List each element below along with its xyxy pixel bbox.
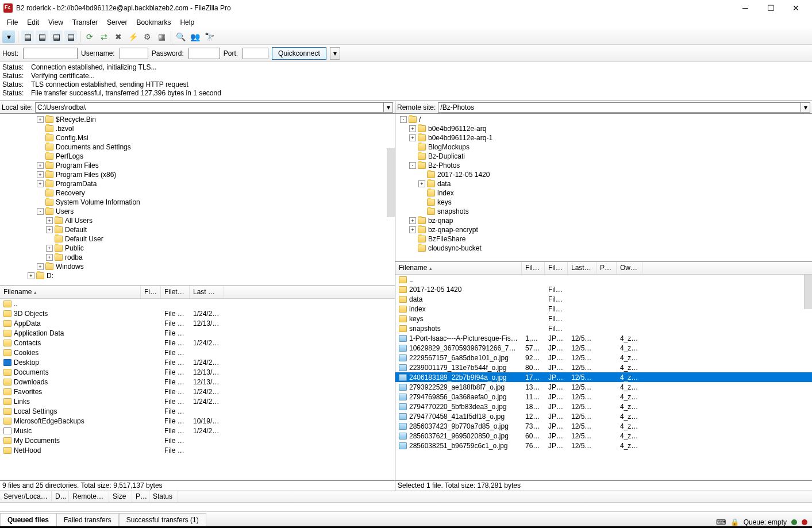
file-row[interactable]: My DocumentsFile fol... xyxy=(0,435,395,445)
file-row[interactable]: 3D ObjectsFile fol...1/24/20... xyxy=(0,309,395,318)
expander-icon[interactable]: + xyxy=(37,263,44,270)
file-row[interactable]: MicrosoftEdgeBackupsFile fol...10/19/2..… xyxy=(0,416,395,426)
column-header[interactable]: Last m... xyxy=(568,262,597,274)
remote-list-scrollbar[interactable] xyxy=(804,275,812,309)
file-row[interactable]: AppDataFile fol...12/13/2... xyxy=(0,318,395,328)
tree-node[interactable]: +data xyxy=(395,179,812,188)
process-queue-icon[interactable]: ⇄ xyxy=(98,30,110,43)
expander-icon[interactable]: + xyxy=(46,254,53,261)
local-file-list[interactable]: Filename ▴Filesi...FiletypeLast mo... ..… xyxy=(0,286,395,480)
file-row[interactable]: Application DataFile fol... xyxy=(0,328,395,338)
expander-icon[interactable]: + xyxy=(37,116,44,123)
tree-node[interactable]: +ProgramData xyxy=(0,179,395,188)
expander-icon[interactable]: + xyxy=(46,245,53,252)
file-row[interactable]: 2229567157_6a85dbe101_o.jpg92,4...JPG ..… xyxy=(395,353,812,363)
file-row[interactable]: FavoritesFile fol...1/24/20... xyxy=(0,387,395,396)
queue-column-header[interactable]: Dir... xyxy=(52,491,69,502)
expander-icon[interactable]: - xyxy=(409,162,416,169)
tree-node[interactable]: +D: xyxy=(0,271,395,280)
tree-node[interactable]: Default User xyxy=(0,234,395,244)
disconnect-icon[interactable]: ⚡ xyxy=(126,30,139,43)
tree-node[interactable]: +$Recycle.Bin xyxy=(0,115,395,124)
cancel-icon[interactable]: ✖ xyxy=(112,30,125,43)
tree-node[interactable]: BzFileShare xyxy=(395,234,812,244)
file-row[interactable]: CookiesFile fol... xyxy=(0,348,395,357)
tree-node[interactable]: Bz-Duplicati xyxy=(395,152,812,161)
tree-node[interactable]: +Program Files (x86) xyxy=(0,170,395,179)
file-row[interactable]: 2856038251_b96759c6c1_o.jpg76,3...JPG ..… xyxy=(395,441,812,450)
file-row[interactable]: 2794770220_5bfb83dea3_o.jpg187,...JPG ..… xyxy=(395,402,812,411)
filter-icon[interactable]: ▦ xyxy=(155,30,168,43)
tab-successful-transfers[interactable]: Successful transfers (1) xyxy=(119,513,206,526)
expander-icon[interactable]: + xyxy=(46,217,53,224)
menu-bookmarks[interactable]: Bookmarks xyxy=(132,17,175,28)
reconnect-icon[interactable]: ⚙ xyxy=(141,30,153,43)
expander-icon[interactable]: + xyxy=(37,162,44,169)
column-header[interactable]: Filetype xyxy=(161,286,190,298)
tree-node[interactable]: Config.Msi xyxy=(0,133,395,142)
remote-path-dropdown[interactable]: ▾ xyxy=(801,102,810,113)
username-input[interactable] xyxy=(120,48,148,59)
column-header[interactable]: Filename ▴ xyxy=(395,262,522,274)
file-row[interactable]: ContactsFile fol...1/24/20... xyxy=(0,338,395,348)
file-row[interactable]: 2856037423_9b770a7d85_o.jpg73,7...JPG ..… xyxy=(395,421,812,431)
tree-node[interactable]: +All Users xyxy=(0,216,395,225)
file-row[interactable]: 2406183189_22b7b9f94a_o.jpg178,...JPG ..… xyxy=(395,372,812,382)
tree-node[interactable]: -Users xyxy=(0,207,395,216)
tree-node[interactable]: Recovery xyxy=(0,188,395,198)
tree-node[interactable]: +Default xyxy=(0,225,395,234)
queue-column-header[interactable]: Pri... xyxy=(132,491,149,502)
file-row[interactable]: keysFile f... xyxy=(395,314,812,323)
file-row[interactable]: 2793922529_ae188fb8f7_o.jpg130,...JPG ..… xyxy=(395,382,812,392)
tree-node[interactable]: System Volume Information xyxy=(0,198,395,207)
column-header[interactable]: Last mo... xyxy=(190,286,224,298)
password-input[interactable] xyxy=(188,48,220,59)
file-row[interactable]: 2239001179_131e7b544f_o.jpg80,6...JPG ..… xyxy=(395,363,812,372)
expander-icon[interactable]: + xyxy=(409,226,416,233)
queue-column-header[interactable]: Server/Local fi... xyxy=(0,491,52,502)
local-tree[interactable]: +$Recycle.Bin.bzvolConfig.MsiDocuments a… xyxy=(0,114,395,286)
tree-node[interactable]: .bzvol xyxy=(0,124,395,133)
file-row[interactable]: DocumentsFile fol...12/13/2... xyxy=(0,367,395,377)
tree-node[interactable]: +Public xyxy=(0,244,395,253)
local-tree-scrollbar[interactable] xyxy=(387,148,395,217)
menu-help[interactable]: Help xyxy=(175,17,199,28)
maximize-button[interactable]: ☐ xyxy=(758,0,783,16)
local-path-dropdown[interactable]: ▾ xyxy=(384,102,393,113)
menu-server[interactable]: Server xyxy=(102,17,132,28)
queue-column-header[interactable]: Remote file xyxy=(69,491,109,502)
lock-icon[interactable]: 🔒 xyxy=(730,518,739,526)
tree-node[interactable]: cloudsync-bucket xyxy=(395,244,812,253)
expander-icon[interactable]: + xyxy=(409,134,416,141)
tree-node[interactable]: snapshots xyxy=(395,207,812,216)
tree-node[interactable]: +Program Files xyxy=(0,161,395,170)
tree-node[interactable]: -Bz-Photos xyxy=(395,161,812,170)
file-row[interactable]: 1-Port-Isaac----A-Picturesque-Fishing-..… xyxy=(395,333,812,343)
expander-icon[interactable]: + xyxy=(409,217,416,224)
column-header[interactable]: Filet... xyxy=(545,262,568,274)
column-header[interactable]: Per... xyxy=(597,262,617,274)
file-row[interactable]: MusicFile fol...1/24/20... xyxy=(0,426,395,435)
expander-icon[interactable]: - xyxy=(37,208,44,215)
menu-edit[interactable]: Edit xyxy=(22,17,44,28)
tree-node[interactable]: PerfLogs xyxy=(0,152,395,161)
column-header[interactable]: Filesi... xyxy=(141,286,161,298)
expander-icon[interactable]: - xyxy=(400,116,407,123)
menu-file[interactable]: File xyxy=(2,17,22,28)
toggle-remote-tree-icon[interactable]: ▤ xyxy=(50,30,63,43)
refresh-icon[interactable]: ⟳ xyxy=(83,30,96,43)
file-row[interactable]: 10629829_367059396791266_721589...57,1..… xyxy=(395,343,812,353)
file-row[interactable]: 2794770458_41a1f5df18_o.jpg127,...JPG ..… xyxy=(395,411,812,421)
remote-path-input[interactable] xyxy=(438,102,801,113)
file-row[interactable]: .. xyxy=(0,299,395,309)
toggle-log-icon[interactable]: ▤ xyxy=(21,30,34,43)
file-row[interactable]: indexFile f... xyxy=(395,304,812,314)
file-row[interactable]: .. xyxy=(395,275,812,284)
tree-node[interactable]: +bz-qnap xyxy=(395,216,812,225)
remote-tree[interactable]: -/+b0e4bd96112e-arq+b0e4bd96112e-arq-1Bl… xyxy=(395,114,812,262)
close-button[interactable]: ✕ xyxy=(783,0,809,16)
expander-icon[interactable]: + xyxy=(28,272,34,279)
remote-file-list[interactable]: Filename ▴Files...Filet...Last m...Per..… xyxy=(395,262,812,480)
file-row[interactable]: 2017-12-05 1420File f... xyxy=(395,284,812,294)
tree-node[interactable]: Documents and Settings xyxy=(0,142,395,152)
